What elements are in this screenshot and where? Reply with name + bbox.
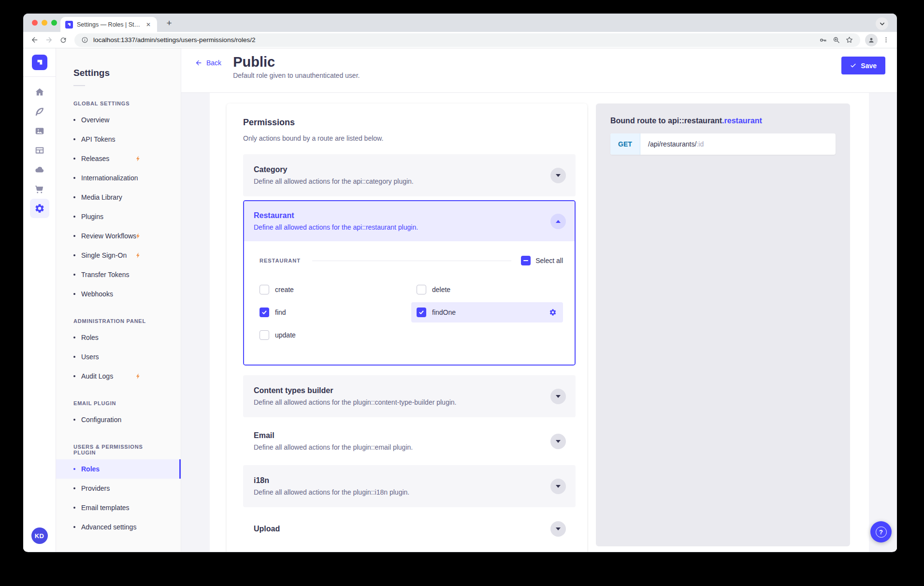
lightning-icon — [135, 373, 142, 380]
site-info-icon[interactable] — [81, 36, 88, 44]
sidebar-item-plugins[interactable]: Plugins — [56, 207, 181, 226]
accordion-category-header[interactable]: Category Define all allowed actions for … — [243, 154, 576, 196]
permission-create[interactable]: create — [260, 279, 411, 300]
save-button[interactable]: Save — [841, 57, 885, 74]
url-text[interactable]: localhost:1337/admin/settings/users-perm… — [93, 36, 814, 44]
strapi-favicon-icon — [65, 21, 73, 29]
browser-menu-icon[interactable] — [880, 34, 892, 46]
accordion-restaurant-header[interactable]: Restaurant Define all allowed actions fo… — [244, 201, 575, 241]
accordion-list: Category Define all allowed actions for … — [243, 154, 576, 548]
marketplace-cart-icon[interactable] — [30, 179, 49, 199]
media-library-icon[interactable] — [30, 121, 49, 141]
sidebar-item-single-sign-on[interactable]: Single Sign-On — [56, 246, 181, 265]
reload-icon[interactable] — [57, 34, 70, 46]
checkbox-unchecked[interactable] — [417, 285, 426, 294]
help-button[interactable]: ? — [870, 521, 892, 542]
caret-up-icon — [556, 220, 561, 223]
url-bar[interactable]: localhost:1337/admin/settings/users-perm… — [74, 33, 860, 47]
tab-close-icon[interactable]: ✕ — [144, 20, 152, 29]
section-global-settings: GLOBAL SETTINGS — [73, 101, 163, 106]
zoom-window-button[interactable] — [51, 20, 57, 26]
browser-tab[interactable]: Settings — Roles | Strapi ✕ — [60, 17, 157, 32]
forward-nav-icon[interactable] — [43, 34, 55, 46]
screen: Settings — Roles | Strapi ✕ + — [0, 0, 924, 586]
checkbox-checked[interactable] — [417, 308, 426, 317]
expand-toggle-button[interactable] — [550, 389, 566, 404]
sidebar-item-media-library[interactable]: Media Library — [56, 188, 181, 207]
accordion-upload-header[interactable]: Upload — [243, 510, 576, 548]
expand-toggle-button[interactable] — [550, 434, 566, 449]
permission-findone[interactable]: findOne — [411, 302, 563, 322]
sidebar-item-users[interactable]: Users — [56, 347, 181, 366]
select-all-checkbox[interactable] — [521, 256, 531, 265]
bullet-icon — [73, 419, 75, 421]
lightning-icon — [135, 252, 142, 259]
sidebar-item-audit-logs[interactable]: Audit Logs — [56, 366, 181, 386]
route-path[interactable]: /api/restaurants/:id — [640, 133, 704, 155]
permission-settings-gear-icon[interactable] — [549, 308, 557, 316]
content-type-builder-icon[interactable] — [30, 141, 49, 160]
accordion-content-types-builder: Content types builder Define all allowed… — [243, 375, 576, 417]
sidebar-item-internationalization[interactable]: Internationalization — [56, 168, 181, 188]
bullet-icon — [73, 468, 75, 470]
settings-gear-icon[interactable] — [30, 199, 49, 218]
accordion-email-header[interactable]: Email Define all allowed actions for the… — [243, 420, 576, 462]
permission-update[interactable]: update — [260, 325, 411, 345]
checkbox-unchecked[interactable] — [260, 285, 269, 294]
caret-down-icon — [556, 527, 561, 530]
back-link[interactable]: Back — [195, 59, 221, 67]
sidebar-item-providers[interactable]: Providers — [56, 479, 181, 498]
accordion-i18n-header[interactable]: i18n Define all allowed actions for the … — [243, 465, 576, 507]
sidebar-item-api-tokens[interactable]: API Tokens — [56, 130, 181, 149]
accordion-restaurant-body: RESTAURANT Select all — [244, 241, 575, 365]
sidebar-item-review-workflows[interactable]: Review Workflows — [56, 226, 181, 246]
sidebar-item-admin-roles[interactable]: Roles — [56, 328, 181, 347]
bookmark-star-icon[interactable] — [845, 36, 853, 44]
strapi-logo-icon[interactable] — [32, 55, 47, 70]
deploy-cloud-icon[interactable] — [30, 160, 49, 179]
accordion-content-types-builder-header[interactable]: Content types builder Define all allowed… — [243, 375, 576, 417]
browser-profile-avatar[interactable] — [865, 34, 878, 46]
permission-delete[interactable]: delete — [411, 279, 563, 300]
back-nav-icon[interactable] — [28, 34, 41, 46]
content-gutter-left — [181, 93, 210, 552]
minimize-window-button[interactable] — [42, 20, 47, 26]
permissions-description: Only actions bound by a route are listed… — [243, 134, 576, 142]
sidebar-item-transfer-tokens[interactable]: Transfer Tokens — [56, 265, 181, 284]
close-window-button[interactable] — [32, 20, 38, 26]
sidebar-item-email-templates[interactable]: Email templates — [56, 498, 181, 517]
expand-toggle-button[interactable] — [550, 521, 566, 537]
password-key-icon[interactable] — [819, 36, 827, 44]
new-tab-button[interactable]: + — [163, 18, 175, 29]
sidebar-item-overview[interactable]: Overview — [56, 110, 181, 130]
section-email-plugin: EMAIL PLUGIN — [73, 400, 163, 406]
sidebar-item-webhooks[interactable]: Webhooks — [56, 284, 181, 304]
permission-find[interactable]: find — [260, 302, 411, 322]
question-mark-icon: ? — [876, 527, 887, 538]
collapse-toggle-button[interactable] — [550, 214, 566, 229]
route-display[interactable]: GET /api/restaurants/:id — [610, 133, 836, 155]
accordion-upload: Upload — [243, 510, 576, 548]
expand-toggle-button[interactable] — [550, 479, 566, 494]
bullet-icon — [73, 507, 75, 509]
bullet-icon — [73, 138, 75, 140]
sidebar-title-divider — [73, 85, 85, 86]
caret-down-icon — [556, 440, 561, 443]
content-manager-feather-icon[interactable] — [30, 102, 49, 121]
checkbox-unchecked[interactable] — [260, 330, 269, 340]
user-avatar[interactable]: KD — [31, 527, 48, 544]
sidebar-item-releases[interactable]: Releases — [56, 149, 181, 168]
caret-down-icon — [556, 395, 561, 398]
home-icon[interactable] — [30, 83, 49, 102]
checkbox-checked[interactable] — [260, 308, 269, 317]
tab-search-button[interactable] — [876, 17, 888, 30]
sidebar-item-up-roles[interactable]: Roles — [56, 459, 181, 479]
zoom-page-icon[interactable] — [832, 36, 840, 44]
page-title: Public — [233, 54, 360, 70]
sidebar-item-advanced-settings[interactable]: Advanced settings — [56, 517, 181, 537]
group-label: RESTAURANT — [260, 258, 301, 264]
bullet-icon — [73, 196, 75, 198]
sidebar-title: Settings — [73, 68, 181, 78]
expand-toggle-button[interactable] — [550, 168, 566, 183]
sidebar-item-configuration[interactable]: Configuration — [56, 410, 181, 429]
